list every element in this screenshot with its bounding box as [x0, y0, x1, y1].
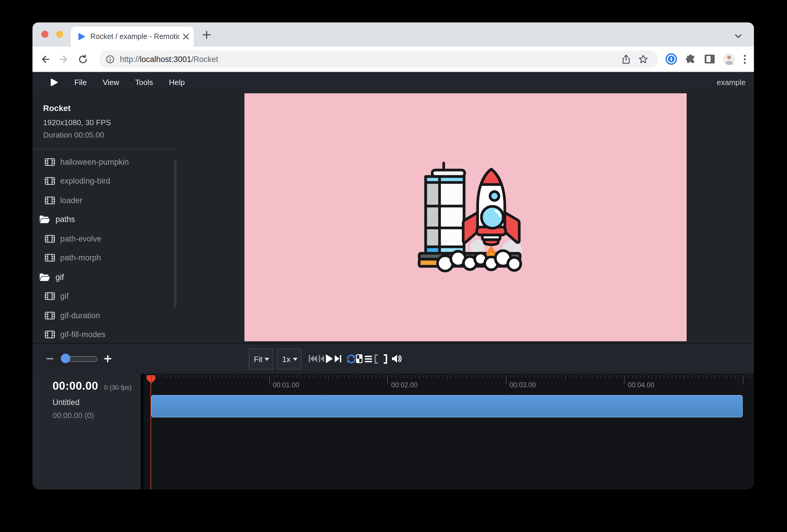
menu-view[interactable]: View: [103, 78, 119, 86]
ruler-tick: [668, 375, 668, 378]
close-window-button[interactable]: [41, 31, 48, 38]
side-panel-button[interactable]: [704, 54, 715, 64]
ruler-tick: [514, 375, 514, 378]
set-in-point-button[interactable]: [374, 344, 379, 374]
ruler-tick: [265, 375, 266, 378]
profile-avatar[interactable]: [723, 53, 735, 65]
reload-button[interactable]: [78, 54, 88, 64]
tab-search-button[interactable]: [735, 31, 742, 41]
ruler-tick: [356, 375, 357, 378]
bookmark-button[interactable]: [638, 54, 648, 64]
composition-canvas[interactable]: [244, 93, 687, 341]
chevron-down-icon: [264, 358, 269, 360]
tab-strip: Rocket / example - Remotion P: [33, 22, 754, 47]
menu-help[interactable]: Help: [169, 78, 185, 86]
timeline-rows-button[interactable]: [365, 344, 372, 374]
ruler-tick: [696, 375, 696, 378]
ruler-tick: [257, 375, 258, 378]
ruler-tick: [711, 375, 712, 378]
remotion-favicon: [78, 33, 86, 41]
folder-open-icon: [39, 215, 50, 224]
sidebar-item-exploding-bird[interactable]: exploding-bird: [33, 172, 177, 191]
canvas-size-select[interactable]: Fit: [249, 348, 273, 370]
transparency-toggle-button[interactable]: [356, 344, 362, 374]
close-tab-icon[interactable]: [183, 34, 189, 40]
previous-frame-button[interactable]: [319, 344, 324, 374]
ruler-tick: [648, 375, 648, 378]
ruler-tick: [230, 375, 230, 378]
ruler-tick: [399, 375, 400, 378]
zoom-slider-knob[interactable]: [61, 354, 70, 363]
sidebar-item-loader[interactable]: loader: [33, 191, 177, 210]
ruler-tick: [194, 375, 195, 378]
browser-tab[interactable]: Rocket / example - Remotion P: [71, 26, 194, 47]
onepassword-extension-button[interactable]: [665, 53, 677, 65]
ruler-tick: [344, 375, 345, 378]
timeline-zoom-slider[interactable]: [61, 344, 98, 374]
remotion-logo-icon[interactable]: [50, 78, 59, 86]
extensions-button[interactable]: [685, 54, 696, 64]
ruler-tick: [601, 375, 601, 378]
chevron-down-icon: [293, 358, 298, 360]
timeline-track[interactable]: 00:01.0000:02.0000:03.0000:04.00: [144, 374, 754, 489]
loop-toggle-button[interactable]: [346, 344, 356, 374]
skip-to-start-button[interactable]: [309, 344, 317, 374]
toolbar-extensions-area: [665, 53, 746, 65]
ruler-tick: [163, 375, 163, 378]
browser-menu-button[interactable]: [743, 54, 746, 64]
minimize-window-button[interactable]: [56, 31, 63, 38]
url-text[interactable]: http://localhost:3001/Rocket: [120, 55, 622, 63]
forward-button[interactable]: [59, 54, 69, 64]
ruler-tick: [206, 375, 207, 378]
timeline-track-item[interactable]: [151, 395, 742, 417]
timeline-left-panel: 00:00.00 0 (30 fps) Untitled 00:00.00 (0…: [33, 374, 141, 489]
ruler-tick: [735, 375, 735, 378]
canvas-size-value: Fit: [254, 355, 264, 363]
ruler-tick: [656, 375, 657, 378]
playhead-line[interactable]: [150, 375, 151, 489]
ruler-tick: [687, 375, 688, 378]
back-button[interactable]: [40, 54, 50, 64]
ruler-tick: [222, 375, 222, 378]
next-frame-button[interactable]: [335, 344, 341, 374]
ruler-tick: [198, 375, 199, 378]
sidebar-folder-gif[interactable]: gif: [33, 268, 177, 287]
sidebar-scrollbar[interactable]: [174, 160, 176, 307]
mute-toggle-button[interactable]: [391, 344, 402, 374]
playback-speed-select[interactable]: 1x: [277, 348, 302, 370]
ruler-tick: [372, 375, 373, 378]
sidebar-item-path-evolve[interactable]: path-evolve: [33, 229, 177, 248]
sidebar-item-halloween-pumpkin[interactable]: halloween-pumpkin: [33, 152, 177, 172]
ruler-tick: [238, 375, 238, 378]
timeline-panel: 00:00.00 0 (30 fps) Untitled 00:00.00 (0…: [33, 374, 754, 489]
timeline-divider: [141, 374, 144, 489]
ruler-tick: [616, 375, 617, 378]
zoom-slider-track[interactable]: [61, 356, 98, 362]
sidebar-item-path-morph[interactable]: path-morph: [33, 248, 177, 268]
set-out-point-button[interactable]: [383, 344, 387, 374]
ruler-tick: [178, 375, 179, 378]
ruler-label: 00:02.00: [391, 381, 418, 388]
playback-speed-value: 1x: [282, 355, 293, 363]
zoom-out-button[interactable]: [46, 344, 54, 374]
ruler-tick: [664, 375, 664, 378]
new-tab-button[interactable]: [200, 28, 213, 41]
zoom-in-button[interactable]: [104, 344, 112, 374]
ruler-tick: [494, 375, 495, 378]
play-button[interactable]: [326, 344, 333, 374]
share-icon: [622, 54, 631, 64]
sidebar-item-gif-duration[interactable]: gif-duration: [33, 306, 177, 325]
menu-tools[interactable]: Tools: [135, 78, 153, 86]
menu-file[interactable]: File: [75, 78, 87, 86]
address-bar[interactable]: http://localhost:3001/Rocket: [99, 50, 658, 68]
ruler-tick: [333, 375, 333, 378]
project-name-label[interactable]: example: [717, 78, 746, 86]
sidebar-list: halloween-pumpkin exploding-bird loader …: [33, 152, 177, 343]
share-button[interactable]: [622, 54, 631, 64]
sidebar-folder-paths[interactable]: paths: [33, 210, 177, 229]
info-icon[interactable]: [106, 55, 114, 63]
sidebar-item-gif-fill-modes[interactable]: gif-fill-modes: [33, 325, 177, 343]
sidebar-item-gif[interactable]: gif: [33, 287, 177, 306]
film-icon: [45, 331, 55, 339]
ruler-tick: [419, 375, 420, 378]
